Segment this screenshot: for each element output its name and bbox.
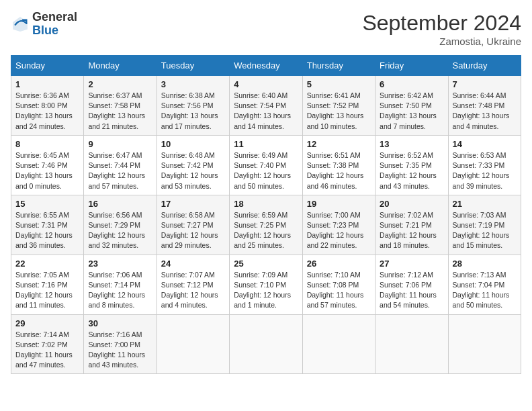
day-number: 2 [88, 79, 152, 89]
calendar-cell: 8Sunrise: 6:45 AM Sunset: 7:46 PM Daylig… [11, 135, 84, 195]
calendar-cell: 15Sunrise: 6:55 AM Sunset: 7:31 PM Dayli… [11, 195, 84, 255]
header-day-saturday: Saturday [448, 56, 521, 76]
day-info: Sunrise: 7:02 AM Sunset: 7:21 PM Dayligh… [380, 210, 443, 251]
day-info: Sunrise: 6:58 AM Sunset: 7:27 PM Dayligh… [161, 210, 225, 251]
calendar-cell: 3Sunrise: 6:38 AM Sunset: 7:56 PM Daylig… [157, 76, 229, 136]
header-row: SundayMondayTuesdayWednesdayThursdayFrid… [11, 56, 521, 76]
logo-general: General [32, 11, 77, 24]
day-number: 24 [161, 259, 225, 269]
day-number: 12 [307, 139, 371, 149]
page-header: General Blue September 2024 Zamostia, Uk… [11, 11, 521, 47]
calendar-cell: 24Sunrise: 7:07 AM Sunset: 7:12 PM Dayli… [157, 255, 229, 314]
calendar-cell: 10Sunrise: 6:48 AM Sunset: 7:42 PM Dayli… [157, 135, 229, 195]
day-info: Sunrise: 7:16 AM Sunset: 7:00 PM Dayligh… [88, 330, 152, 371]
day-number: 20 [380, 199, 443, 209]
day-info: Sunrise: 6:52 AM Sunset: 7:35 PM Dayligh… [380, 150, 443, 191]
day-number: 14 [453, 139, 517, 149]
day-info: Sunrise: 7:10 AM Sunset: 7:08 PM Dayligh… [307, 270, 371, 311]
day-info: Sunrise: 7:09 AM Sunset: 7:10 PM Dayligh… [234, 270, 298, 311]
calendar-cell: 4Sunrise: 6:40 AM Sunset: 7:54 PM Daylig… [230, 76, 302, 136]
day-info: Sunrise: 6:45 AM Sunset: 7:46 PM Dayligh… [15, 150, 79, 191]
month-title: September 2024 [362, 11, 521, 36]
calendar-cell: 29Sunrise: 7:14 AM Sunset: 7:02 PM Dayli… [11, 314, 84, 374]
day-info: Sunrise: 6:42 AM Sunset: 7:50 PM Dayligh… [380, 91, 443, 132]
calendar-cell [448, 314, 521, 374]
calendar-cell: 7Sunrise: 6:44 AM Sunset: 7:48 PM Daylig… [448, 76, 521, 136]
calendar-cell: 12Sunrise: 6:51 AM Sunset: 7:38 PM Dayli… [302, 135, 375, 195]
day-number: 17 [161, 199, 225, 209]
day-info: Sunrise: 6:36 AM Sunset: 8:00 PM Dayligh… [15, 91, 79, 132]
day-info: Sunrise: 6:48 AM Sunset: 7:42 PM Dayligh… [161, 150, 225, 191]
calendar-cell: 18Sunrise: 6:59 AM Sunset: 7:25 PM Dayli… [230, 195, 302, 255]
day-number: 26 [307, 259, 371, 269]
calendar-cell: 14Sunrise: 6:53 AM Sunset: 7:33 PM Dayli… [448, 135, 521, 195]
day-info: Sunrise: 6:55 AM Sunset: 7:31 PM Dayligh… [15, 210, 79, 251]
header-day-wednesday: Wednesday [230, 56, 302, 76]
day-info: Sunrise: 7:00 AM Sunset: 7:23 PM Dayligh… [307, 210, 371, 251]
day-info: Sunrise: 7:03 AM Sunset: 7:19 PM Dayligh… [453, 210, 517, 251]
calendar-cell: 27Sunrise: 7:12 AM Sunset: 7:06 PM Dayli… [375, 255, 448, 314]
day-number: 25 [234, 259, 298, 269]
day-number: 10 [161, 139, 225, 149]
calendar-week-1: 1Sunrise: 6:36 AM Sunset: 8:00 PM Daylig… [11, 76, 521, 136]
calendar-cell: 28Sunrise: 7:13 AM Sunset: 7:04 PM Dayli… [448, 255, 521, 314]
day-number: 15 [15, 199, 79, 209]
day-info: Sunrise: 6:59 AM Sunset: 7:25 PM Dayligh… [234, 210, 298, 251]
calendar-cell: 30Sunrise: 7:16 AM Sunset: 7:00 PM Dayli… [84, 314, 157, 374]
day-number: 28 [453, 259, 517, 269]
calendar-cell: 25Sunrise: 7:09 AM Sunset: 7:10 PM Dayli… [230, 255, 302, 314]
calendar-cell: 11Sunrise: 6:49 AM Sunset: 7:40 PM Dayli… [230, 135, 302, 195]
calendar-cell: 13Sunrise: 6:52 AM Sunset: 7:35 PM Dayli… [375, 135, 448, 195]
header-day-sunday: Sunday [11, 56, 84, 76]
title-block: September 2024 Zamostia, Ukraine [362, 11, 521, 47]
day-number: 18 [234, 199, 298, 209]
calendar-cell: 17Sunrise: 6:58 AM Sunset: 7:27 PM Dayli… [157, 195, 229, 255]
calendar-cell: 26Sunrise: 7:10 AM Sunset: 7:08 PM Dayli… [302, 255, 375, 314]
day-number: 19 [307, 199, 371, 209]
day-info: Sunrise: 6:41 AM Sunset: 7:52 PM Dayligh… [307, 91, 371, 132]
calendar-header: SundayMondayTuesdayWednesdayThursdayFrid… [11, 56, 521, 76]
day-number: 23 [88, 259, 152, 269]
day-number: 27 [380, 259, 443, 269]
calendar-cell [302, 314, 375, 374]
day-number: 6 [380, 79, 443, 89]
day-number: 13 [380, 139, 443, 149]
day-info: Sunrise: 6:44 AM Sunset: 7:48 PM Dayligh… [453, 91, 517, 132]
calendar-table: SundayMondayTuesdayWednesdayThursdayFrid… [11, 55, 521, 374]
calendar-cell [375, 314, 448, 374]
calendar-cell: 9Sunrise: 6:47 AM Sunset: 7:44 PM Daylig… [84, 135, 157, 195]
logo-icon [11, 15, 30, 34]
calendar-cell: 1Sunrise: 6:36 AM Sunset: 8:00 PM Daylig… [11, 76, 84, 136]
header-day-tuesday: Tuesday [157, 56, 229, 76]
calendar-cell: 5Sunrise: 6:41 AM Sunset: 7:52 PM Daylig… [302, 76, 375, 136]
calendar-cell: 22Sunrise: 7:05 AM Sunset: 7:16 PM Dayli… [11, 255, 84, 314]
day-info: Sunrise: 7:14 AM Sunset: 7:02 PM Dayligh… [15, 330, 79, 371]
calendar-cell: 23Sunrise: 7:06 AM Sunset: 7:14 PM Dayli… [84, 255, 157, 314]
day-info: Sunrise: 6:49 AM Sunset: 7:40 PM Dayligh… [234, 150, 298, 191]
calendar-cell: 6Sunrise: 6:42 AM Sunset: 7:50 PM Daylig… [375, 76, 448, 136]
calendar-cell [230, 314, 302, 374]
day-number: 7 [453, 79, 517, 89]
day-number: 11 [234, 139, 298, 149]
day-info: Sunrise: 7:07 AM Sunset: 7:12 PM Dayligh… [161, 270, 225, 311]
calendar-week-5: 29Sunrise: 7:14 AM Sunset: 7:02 PM Dayli… [11, 314, 521, 374]
day-number: 9 [88, 139, 152, 149]
day-number: 21 [453, 199, 517, 209]
day-info: Sunrise: 6:38 AM Sunset: 7:56 PM Dayligh… [161, 91, 225, 132]
logo-blue: Blue [32, 24, 77, 38]
day-number: 3 [161, 79, 225, 89]
calendar-body: 1Sunrise: 6:36 AM Sunset: 8:00 PM Daylig… [11, 76, 521, 374]
day-number: 1 [15, 79, 79, 89]
calendar-week-4: 22Sunrise: 7:05 AM Sunset: 7:16 PM Dayli… [11, 255, 521, 314]
day-number: 30 [88, 318, 152, 328]
day-info: Sunrise: 6:51 AM Sunset: 7:38 PM Dayligh… [307, 150, 371, 191]
day-number: 5 [307, 79, 371, 89]
day-info: Sunrise: 6:40 AM Sunset: 7:54 PM Dayligh… [234, 91, 298, 132]
calendar-week-3: 15Sunrise: 6:55 AM Sunset: 7:31 PM Dayli… [11, 195, 521, 255]
calendar-cell: 19Sunrise: 7:00 AM Sunset: 7:23 PM Dayli… [302, 195, 375, 255]
day-number: 8 [15, 139, 79, 149]
day-info: Sunrise: 6:56 AM Sunset: 7:29 PM Dayligh… [88, 210, 152, 251]
calendar-cell: 2Sunrise: 6:37 AM Sunset: 7:58 PM Daylig… [84, 76, 157, 136]
day-info: Sunrise: 7:12 AM Sunset: 7:06 PM Dayligh… [380, 270, 443, 311]
day-number: 4 [234, 79, 298, 89]
